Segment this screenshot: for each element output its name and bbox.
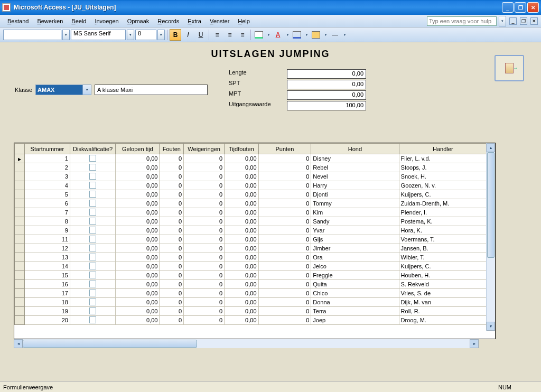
startnummer-cell[interactable]: 11	[24, 235, 70, 244]
italic-button[interactable]: I	[182, 29, 194, 41]
fouten-cell[interactable]: 0	[160, 235, 184, 244]
hond-cell[interactable]: Terra	[311, 307, 399, 316]
startnummer-cell[interactable]: 5	[24, 190, 70, 199]
punten-cell[interactable]: 0	[258, 208, 311, 217]
diskwalificatie-checkbox[interactable]	[89, 307, 96, 314]
hond-cell[interactable]: Quita	[311, 280, 399, 289]
disq-cell[interactable]	[70, 244, 115, 253]
tijd-cell[interactable]: 0,00	[116, 271, 160, 280]
tijdfouten-cell[interactable]: 0,00	[225, 280, 258, 289]
klasse-desc-input[interactable]	[95, 85, 208, 95]
table-row[interactable]: 20,00000,000RebelStoops, J.	[15, 163, 487, 172]
tijd-cell[interactable]: 0,00	[116, 217, 160, 226]
fill-color-dropdown[interactable]: ▾	[266, 29, 271, 41]
disq-cell[interactable]	[70, 199, 115, 208]
table-row[interactable]: 120,00000,000JimberJansen, B.	[15, 244, 487, 253]
vertical-scrollbar[interactable]: ▴ ▾	[486, 143, 495, 331]
font-select[interactable]: MS Sans Serif	[71, 30, 126, 40]
disq-cell[interactable]	[70, 316, 115, 325]
row-selector[interactable]	[15, 181, 25, 190]
row-selector[interactable]	[15, 298, 25, 307]
menu-venster[interactable]: Venster	[206, 16, 234, 26]
row-selector[interactable]	[15, 163, 25, 172]
line-color-button[interactable]	[291, 29, 303, 41]
underline-button[interactable]: U	[195, 29, 207, 41]
scroll-right-arrow[interactable]: ▸	[470, 339, 479, 348]
disq-cell[interactable]	[70, 190, 115, 199]
column-header[interactable]: Punten	[258, 144, 311, 154]
weigeringen-cell[interactable]: 0	[184, 316, 225, 325]
fouten-cell[interactable]: 0	[160, 163, 184, 172]
hond-cell[interactable]: Tommy	[311, 199, 399, 208]
tijd-cell[interactable]: 0,00	[116, 244, 160, 253]
maximize-button[interactable]: ❐	[515, 2, 526, 13]
weigeringen-cell[interactable]: 0	[184, 307, 225, 316]
tijd-cell[interactable]: 0,00	[116, 199, 160, 208]
diskwalificatie-checkbox[interactable]	[89, 298, 96, 305]
startnummer-cell[interactable]: 12	[24, 244, 70, 253]
tijd-cell[interactable]: 0,00	[116, 235, 160, 244]
table-row[interactable]: 110,00000,000GijsVoermans, T.	[15, 235, 487, 244]
menu-records[interactable]: Records	[153, 16, 183, 26]
tijdfouten-cell[interactable]: 0,00	[225, 262, 258, 271]
weigeringen-cell[interactable]: 0	[184, 172, 225, 181]
menu-invoegen[interactable]: Invoegen	[90, 16, 123, 26]
column-header[interactable]: Gelopen tijd	[116, 144, 160, 154]
scroll-thumb[interactable]	[487, 152, 495, 258]
punten-cell[interactable]: 0	[258, 253, 311, 262]
weigeringen-cell[interactable]: 0	[184, 190, 225, 199]
object-select[interactable]	[3, 30, 61, 40]
lengte-input[interactable]: 0,00	[287, 69, 366, 79]
scroll-thumb[interactable]	[23, 340, 197, 348]
weigeringen-cell[interactable]: 0	[184, 208, 225, 217]
table-row[interactable]: 90,00000,000YvarHora, K.	[15, 226, 487, 235]
weigeringen-cell[interactable]: 0	[184, 271, 225, 280]
row-selector[interactable]	[15, 226, 25, 235]
weigeringen-cell[interactable]: 0	[184, 235, 225, 244]
mdi-minimize[interactable]: _	[509, 17, 517, 25]
weigeringen-cell[interactable]: 0	[184, 163, 225, 172]
diskwalificatie-checkbox[interactable]	[89, 155, 96, 162]
startnummer-cell[interactable]: 9	[24, 226, 70, 235]
menu-beeld[interactable]: Beeld	[67, 16, 90, 26]
handler-cell[interactable]: S. Rekveld	[399, 280, 487, 289]
fill-color-button[interactable]	[253, 29, 265, 41]
fouten-cell[interactable]: 0	[160, 190, 184, 199]
fontsize-select[interactable]: 8	[135, 30, 156, 40]
hond-cell[interactable]: Jelco	[311, 262, 399, 271]
weigeringen-cell[interactable]: 0	[184, 253, 225, 262]
table-row[interactable]: 70,00000,000KimPlender, I.	[15, 208, 487, 217]
menu-extra[interactable]: Extra	[183, 16, 206, 26]
fouten-cell[interactable]: 0	[160, 181, 184, 190]
handler-cell[interactable]: Postema, K.	[399, 217, 487, 226]
chevron-down-icon[interactable]: ▾	[82, 85, 91, 95]
fouten-cell[interactable]: 0	[160, 154, 184, 163]
menu-opmaak[interactable]: Opmaak	[123, 16, 154, 26]
row-selector[interactable]	[15, 289, 25, 298]
exit-button[interactable]	[495, 55, 524, 81]
startnummer-cell[interactable]: 20	[24, 316, 70, 325]
tijdfouten-cell[interactable]: 0,00	[225, 289, 258, 298]
diskwalificatie-checkbox[interactable]	[89, 263, 96, 269]
hond-cell[interactable]: Nevel	[311, 172, 399, 181]
punten-cell[interactable]: 0	[258, 217, 311, 226]
weigeringen-cell[interactable]: 0	[184, 244, 225, 253]
hond-cell[interactable]: Ora	[311, 253, 399, 262]
menu-bewerken[interactable]: Bewerken	[33, 16, 67, 26]
special-effect-dropdown[interactable]: ▾	[342, 29, 347, 41]
table-row[interactable]: 10,00000,000DisneyFlier, L. v.d.	[15, 154, 487, 163]
row-selector[interactable]	[15, 217, 25, 226]
help-search-input[interactable]	[427, 16, 497, 26]
table-row[interactable]: 180,00000,000DonnaDijk, M. van	[15, 298, 487, 307]
startnummer-cell[interactable]: 14	[24, 262, 70, 271]
hond-cell[interactable]: Gijs	[311, 235, 399, 244]
weigeringen-cell[interactable]: 0	[184, 262, 225, 271]
punten-cell[interactable]: 0	[258, 244, 311, 253]
menu-bestand[interactable]: Bestand	[3, 16, 33, 26]
weigeringen-cell[interactable]: 0	[184, 226, 225, 235]
tijdfouten-cell[interactable]: 0,00	[225, 154, 258, 163]
handler-cell[interactable]: Kuijpers, C.	[399, 262, 487, 271]
column-header[interactable]: Tijdfouten	[225, 144, 258, 154]
startnummer-cell[interactable]: 19	[24, 307, 70, 316]
horizontal-scrollbar[interactable]: ◂ ▸	[14, 339, 479, 348]
